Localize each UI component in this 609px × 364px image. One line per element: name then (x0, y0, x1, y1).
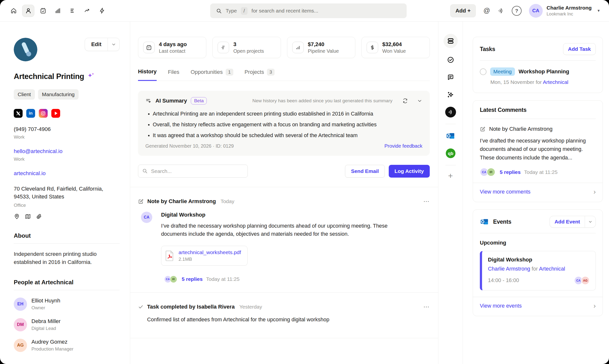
user-menu[interactable]: CA Charlie Armstrong Lookmark Inc ▾ (529, 4, 600, 18)
mentions-icon[interactable]: @ (483, 7, 490, 14)
person-row-debra[interactable]: DM Debra Miller Digital Lead (14, 318, 120, 331)
person-row-audrey[interactable]: AG Audrey Gomez Production Manager (14, 339, 120, 352)
ai-summary-icon (145, 98, 152, 104)
people-icon[interactable] (22, 5, 34, 17)
comment-body: I’ve drafted the necessary workshop plan… (480, 137, 596, 162)
bar-chart-icon (292, 42, 304, 53)
stat-pipeline-value[interactable]: $7,240Pipeline Value (287, 37, 355, 58)
send-email-button[interactable]: Send Email (345, 165, 385, 178)
add-event-chevron-icon[interactable] (585, 216, 595, 227)
beta-badge: Beta (191, 97, 207, 104)
ai-sparkle-icon: ✦✦ (88, 72, 95, 79)
add-event-button[interactable]: Add Event (550, 216, 596, 228)
tag-manufacturing[interactable]: Manufacturing (38, 89, 79, 100)
svg-text:qb: qb (448, 151, 453, 156)
tag-client[interactable]: Client (14, 89, 35, 100)
chevron-right-icon: › (594, 302, 596, 309)
primary-nav (7, 5, 108, 17)
regenerate-icon[interactable] (402, 98, 408, 104)
website-link[interactable]: artechnical.io (14, 170, 120, 177)
home-icon[interactable] (7, 5, 20, 17)
more-options-icon[interactable]: ⋯ (423, 303, 430, 310)
task-record-link[interactable]: Artechnical (543, 79, 568, 85)
note-icon (480, 126, 485, 132)
task-checkbox[interactable] (480, 68, 486, 75)
record-tabs: History Files Opportunities1 Projects3 (138, 68, 430, 81)
youtube-icon[interactable] (51, 109, 60, 118)
event-item[interactable]: Digital Workshop Charlie Armstrong for A… (480, 251, 596, 290)
add-task-button[interactable]: Add Task (563, 43, 596, 55)
add-button[interactable]: Add + (450, 4, 476, 17)
rail-comments-icon[interactable] (445, 72, 456, 83)
broadcast-icon[interactable] (498, 7, 504, 14)
view-more-events[interactable]: View more events › (480, 302, 596, 310)
replies-link[interactable]: 5 replies (182, 276, 203, 282)
global-search-bar[interactable]: Type / for search and recent items... (210, 3, 407, 18)
stat-last-contact[interactable]: 4 days agoLast contact (138, 37, 206, 58)
provide-feedback-link[interactable]: Provide feedback (384, 143, 422, 149)
tasks-calendar-icon[interactable] (37, 5, 49, 17)
event-person-link[interactable]: Charlie Armstrong (488, 266, 530, 272)
rail-ai-icon[interactable] (445, 89, 456, 100)
event-record-link[interactable]: Artechnical (539, 266, 565, 272)
tab-files[interactable]: Files (168, 68, 179, 81)
task-text: Confirmed list of attendees from Artechn… (147, 317, 430, 323)
log-activity-button[interactable]: Log Activity (389, 165, 430, 178)
divider (473, 297, 603, 297)
tab-history[interactable]: History (138, 68, 157, 81)
task-row[interactable]: Meeting Workshop Planning (480, 67, 596, 76)
instagram-icon[interactable] (39, 109, 48, 118)
edit-button[interactable]: Edit (85, 38, 120, 51)
tab-projects[interactable]: Projects3 (245, 68, 275, 81)
comment-kind: Note by Charlie Armstrong (489, 126, 553, 132)
file-attachment[interactable]: artechnical_worksheets.pdf 2.1MB (161, 246, 248, 266)
person-name: Debra Miller (31, 318, 61, 325)
rail-tasks-icon[interactable] (445, 54, 456, 65)
ai-summary-title: AI Summary (155, 98, 187, 104)
person-row-elliot[interactable]: EH Elliot Huynh Owner (14, 298, 120, 311)
tasks-card: Tasks Add Task Meeting Workshop Planning… (473, 37, 603, 93)
event-time: 14:00 - 16:00 (488, 277, 519, 284)
attachment-icon[interactable] (36, 213, 42, 220)
topbar-actions: Add + @ ? CA Charlie Armstrong Lookmark … (450, 4, 600, 18)
edit-chevron-icon[interactable] (108, 38, 119, 51)
note-icon (138, 199, 144, 204)
automations-icon[interactable] (96, 5, 108, 17)
divider (473, 183, 603, 183)
linkedin-icon[interactable]: in (26, 109, 35, 118)
stat-value: $32,604 (382, 41, 406, 48)
slash-key: / (241, 7, 248, 15)
person-role: Production Manager (31, 346, 73, 352)
note-time: Today (221, 198, 234, 204)
activity-icon[interactable] (81, 5, 93, 17)
stat-won-value[interactable]: $32,604Won Value (361, 37, 430, 58)
rail-outlook-icon[interactable] (445, 130, 456, 142)
replies-link[interactable]: 5 replies (500, 169, 521, 175)
location-pin-icon[interactable] (14, 213, 20, 220)
people-heading: People at Artechnical (14, 279, 120, 286)
map-icon[interactable] (25, 213, 31, 220)
outlook-icon (480, 217, 489, 226)
reports-icon[interactable] (52, 5, 64, 17)
collapse-chevron-icon[interactable] (417, 98, 422, 104)
stat-open-projects[interactable]: 3Open projects (212, 37, 281, 58)
rail-add-panel-icon[interactable]: + (448, 171, 453, 180)
calendar-icon (143, 42, 155, 53)
rail-quickbooks-icon[interactable]: qb (445, 148, 456, 159)
file-name: artechnical_worksheets.pdf (179, 249, 241, 255)
more-options-icon[interactable]: ⋯ (423, 198, 430, 205)
rail-overview-icon[interactable] (443, 34, 458, 48)
ai-bullet: Artechnical Printing are an independent … (153, 111, 422, 117)
divider (130, 338, 438, 338)
chevron-right-icon: › (594, 188, 596, 195)
tab-opportunities[interactable]: Opportunities1 (191, 68, 233, 81)
rail-attio-app-icon[interactable] (445, 106, 456, 118)
view-more-comments[interactable]: View more comments › (480, 188, 596, 196)
timeline-call-item-partial: Call by Isabella Rivera Yesterday (138, 350, 430, 354)
phone-value[interactable]: (949) 707-4906 (14, 126, 120, 132)
history-search-input[interactable] (138, 165, 248, 178)
x-twitter-icon[interactable] (14, 109, 23, 118)
help-icon[interactable]: ? (512, 6, 522, 16)
email-link[interactable]: hello@artechnical.io (14, 148, 120, 155)
lists-icon[interactable] (66, 5, 79, 17)
